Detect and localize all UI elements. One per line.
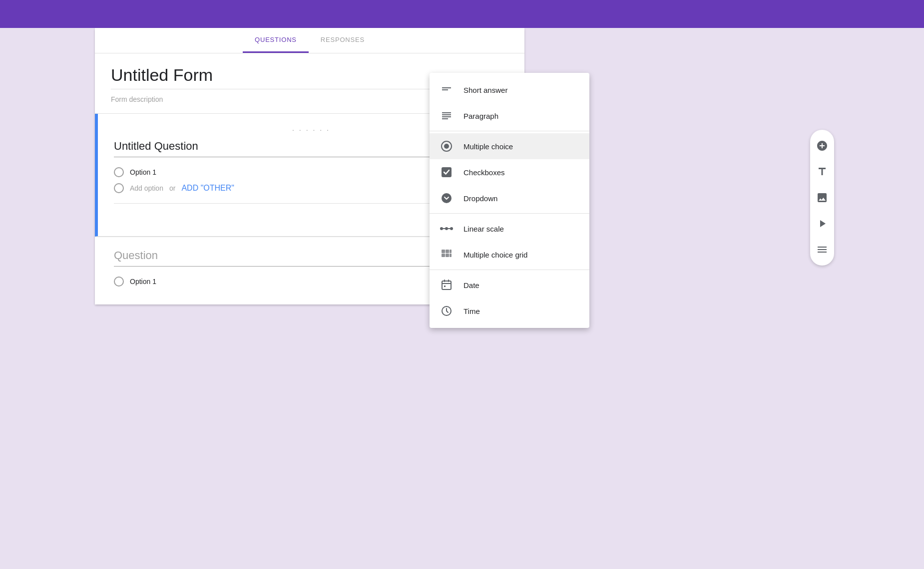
radio-add-option (114, 183, 124, 193)
multiple-choice-icon (440, 139, 454, 153)
add-image-button[interactable] (810, 186, 834, 210)
svg-rect-9 (442, 250, 445, 253)
short-answer-icon (440, 83, 454, 97)
top-bar (0, 0, 924, 28)
svg-point-6 (450, 227, 453, 230)
svg-point-4 (440, 227, 443, 230)
tabs-bar: QUESTIONS RESPONSES (95, 28, 524, 53)
menu-label-date: Date (463, 281, 479, 289)
svg-point-1 (444, 144, 449, 149)
tab-questions[interactable]: QUESTIONS (243, 28, 309, 53)
add-section-button[interactable] (810, 238, 834, 262)
option-1-text: Option 1 (130, 168, 156, 176)
menu-item-short-answer[interactable]: Short answer (430, 77, 589, 103)
add-title-button[interactable] (810, 160, 834, 184)
divider-2 (430, 213, 589, 214)
checkboxes-icon (440, 165, 454, 179)
menu-label-dropdown: Dropdown (463, 194, 497, 203)
dropdown-icon (440, 191, 454, 205)
menu-item-date[interactable]: Date (430, 272, 589, 298)
paragraph-icon (440, 109, 454, 123)
menu-item-paragraph[interactable]: Paragraph (430, 103, 589, 129)
question-type-dropdown: Short answer Paragraph Multiple choice (430, 73, 589, 328)
menu-label-short-answer: Short answer (463, 86, 507, 94)
menu-item-time[interactable]: Time (430, 298, 589, 324)
add-video-button[interactable] (810, 212, 834, 236)
svg-rect-13 (446, 254, 449, 257)
menu-label-multiple-choice-grid: Multiple choice grid (463, 251, 527, 259)
svg-rect-14 (450, 254, 452, 257)
radio-option-1 (114, 167, 124, 177)
linear-scale-icon (440, 222, 454, 236)
menu-item-checkboxes[interactable]: Checkboxes (430, 159, 589, 185)
svg-rect-15 (442, 281, 451, 289)
menu-label-linear-scale: Linear scale (463, 225, 504, 233)
menu-label-paragraph: Paragraph (463, 112, 498, 120)
divider-1 (430, 131, 589, 131)
svg-point-3 (442, 193, 452, 203)
tab-responses[interactable]: RESPONSES (309, 28, 377, 53)
second-radio-option-1 (114, 277, 124, 286)
menu-item-multiple-choice[interactable]: Multiple choice (430, 133, 589, 159)
time-icon (440, 304, 454, 318)
divider-3 (430, 270, 589, 270)
menu-item-linear-scale[interactable]: Linear scale (430, 216, 589, 242)
add-option-text[interactable]: Add option (130, 184, 163, 192)
menu-label-checkboxes: Checkboxes (463, 168, 505, 177)
svg-point-5 (445, 227, 448, 230)
svg-rect-17 (444, 285, 446, 287)
date-icon (440, 278, 454, 292)
menu-label-multiple-choice: Multiple choice (463, 142, 513, 151)
svg-rect-12 (442, 254, 445, 257)
add-option-or: or (169, 184, 175, 192)
svg-rect-10 (446, 250, 449, 253)
add-question-button[interactable] (810, 134, 834, 158)
menu-item-dropdown[interactable]: Dropdown (430, 185, 589, 211)
second-option-1-text: Option 1 (130, 278, 156, 285)
svg-rect-11 (450, 250, 452, 253)
add-other-link[interactable]: ADD "OTHER" (181, 184, 234, 193)
menu-item-multiple-choice-grid[interactable]: Multiple choice grid (430, 242, 589, 268)
multiple-choice-grid-icon (440, 248, 454, 262)
right-sidebar (810, 130, 834, 266)
menu-label-time: Time (463, 307, 480, 315)
